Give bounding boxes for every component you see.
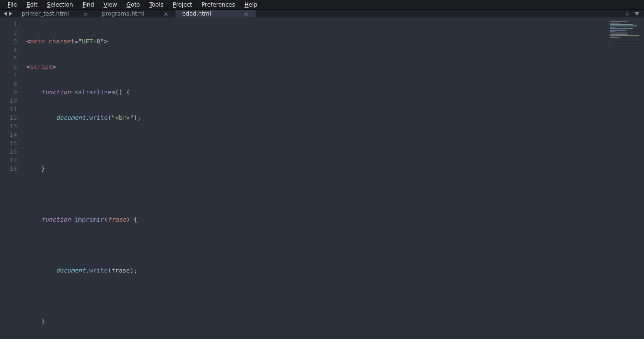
- tab-programa[interactable]: programa.html ×: [95, 10, 176, 17]
- tab-bar: primer_test.html × programa.html × edad.…: [0, 10, 644, 17]
- menu-edit[interactable]: Edit: [22, 0, 42, 9]
- close-icon[interactable]: ×: [243, 10, 250, 17]
- line-number: 10: [0, 97, 17, 105]
- menu-tools-label: ools: [152, 1, 163, 8]
- tab-nav-back-icon[interactable]: [4, 11, 7, 16]
- code-line: [26, 292, 644, 300]
- menu-find-label: ind: [85, 1, 94, 8]
- code-line: [26, 139, 644, 148]
- menu-project[interactable]: Project: [168, 0, 197, 9]
- line-number: 2: [0, 29, 17, 37]
- new-tab-icon[interactable]: +: [624, 10, 630, 17]
- line-number: 11: [0, 105, 17, 114]
- line-number: 18: [0, 165, 17, 173]
- line-number: 4: [0, 46, 17, 54]
- menu-view-label: iew: [107, 1, 117, 8]
- editor[interactable]: 123456789101112131415161718 <meta charse…: [0, 17, 644, 339]
- code-line: }: [26, 165, 644, 173]
- code-line: [26, 190, 644, 198]
- code-line: [26, 241, 644, 249]
- menu-tools[interactable]: Tools: [144, 0, 168, 9]
- close-icon[interactable]: ×: [162, 10, 169, 17]
- line-number: 7: [0, 71, 17, 80]
- line-number: 16: [0, 148, 17, 156]
- code-area[interactable]: <meta charset="UFT-8"> <script> function…: [23, 17, 644, 339]
- line-number: 12: [0, 114, 17, 122]
- line-number: 3: [0, 37, 17, 46]
- menu-view[interactable]: View: [99, 0, 121, 9]
- tab-edad[interactable]: edad.html ×: [176, 10, 256, 17]
- code-line: document.write(frase);: [26, 266, 644, 275]
- line-number: 13: [0, 122, 17, 131]
- line-number: 14: [0, 131, 17, 139]
- menu-goto-label: oto: [131, 1, 140, 8]
- tab-label: programa.html: [102, 10, 144, 17]
- line-number: 1: [0, 20, 17, 29]
- close-icon[interactable]: ×: [82, 10, 89, 17]
- line-number: 9: [0, 88, 17, 97]
- menu-preferences[interactable]: Preferences: [197, 0, 240, 9]
- tab-nav-forward-icon[interactable]: [9, 11, 12, 16]
- code-line: <meta charset="UFT-8">: [26, 37, 644, 46]
- menu-edit-label: dit: [30, 1, 38, 8]
- tab-menu-icon[interactable]: [635, 12, 639, 16]
- menu-file[interactable]: File: [3, 0, 22, 9]
- tab-primer-test[interactable]: primer_test.html ×: [15, 10, 95, 17]
- tab-nav: [0, 10, 15, 17]
- tab-bar-right: +: [619, 10, 644, 17]
- minimap[interactable]: [608, 20, 641, 44]
- code-line: <script>: [26, 63, 644, 71]
- menu-goto[interactable]: Goto: [122, 0, 145, 9]
- menu-file-label: ile: [10, 1, 17, 8]
- menu-selection[interactable]: Selection: [42, 0, 77, 9]
- line-number: 15: [0, 139, 17, 148]
- menu-help-label: elp: [249, 1, 257, 8]
- menu-project-label: roject: [176, 1, 192, 8]
- line-number: 8: [0, 80, 17, 88]
- code-line: function imprimir(frase) {: [26, 215, 644, 224]
- gutter: 123456789101112131415161718: [0, 17, 23, 339]
- menu-selection-label: election: [51, 1, 73, 8]
- line-number: 5: [0, 54, 17, 63]
- code-line: }: [26, 317, 644, 326]
- code-line: document.write("<br>");: [26, 114, 644, 122]
- tab-label: edad.html: [182, 10, 211, 17]
- menu-help[interactable]: Help: [240, 0, 262, 9]
- tab-label: primer_test.html: [22, 10, 69, 17]
- menu-bar: File Edit Selection Find View Goto Tools…: [0, 0, 644, 10]
- line-number: 17: [0, 156, 17, 165]
- menu-find[interactable]: Find: [78, 0, 99, 9]
- code-line: function saltarlinea() {: [26, 88, 644, 97]
- line-number: 6: [0, 63, 17, 71]
